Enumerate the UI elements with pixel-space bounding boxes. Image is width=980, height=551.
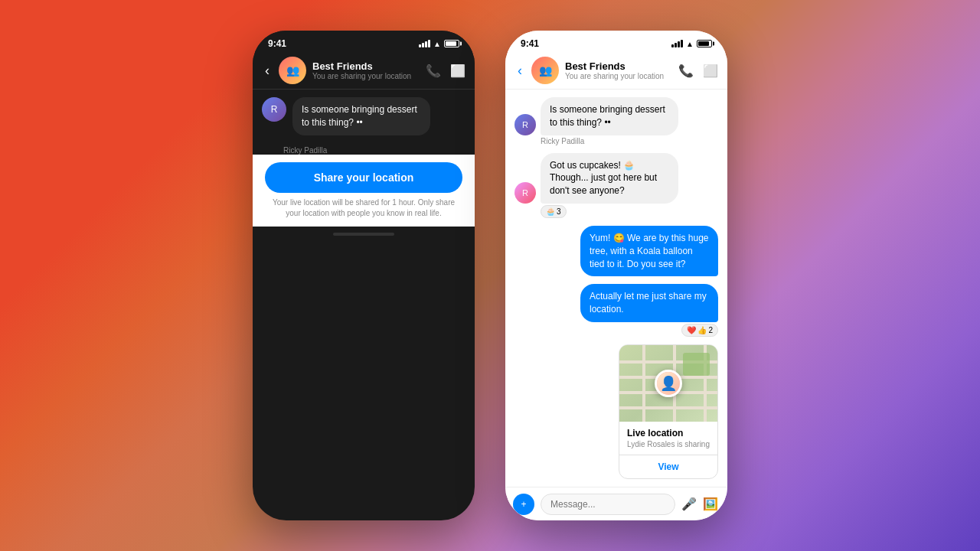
phone-right: 9:41 ▲ ‹ 👥 Best Friends You are sharing … <box>505 31 727 520</box>
message-4: Actually let me just share my location. … <box>514 284 718 337</box>
signal-icon-right <box>671 40 683 47</box>
video-button-right[interactable]: ⬜ <box>703 64 718 78</box>
message-3: Yum! 😋 We are by this huge tree, with a … <box>514 226 718 276</box>
status-bar-left: 9:41 ▲ <box>253 31 475 52</box>
text-msg-4: Actually let me just share my location. <box>590 291 707 315</box>
battery-icon-right <box>697 40 712 47</box>
reactions-msg-4: ❤️ 👍 2 <box>514 324 718 337</box>
reaction-badge-heart: ❤️ 👍 2 <box>681 324 718 337</box>
header-icons-left: 📞 ⬜ <box>426 64 466 78</box>
sender-avatar-left: R <box>262 97 286 122</box>
text-msg-2: Got us cupcakes! 🧁 Though... just got he… <box>550 160 657 197</box>
message-2: R Got us cupcakes! 🧁 Though... just got … <box>514 153 718 218</box>
chat-name-right: Best Friends <box>565 60 672 72</box>
plus-button-right[interactable]: + <box>513 494 534 515</box>
message-preview-left: R Is someone bringing dessert to this th… <box>253 90 475 143</box>
photo-icon[interactable]: 🖼️ <box>703 497 718 511</box>
location-card-row: 👤 Live location Lydie Rosales is sharing… <box>514 344 718 479</box>
chat-subtitle-left: You are sharing your location <box>312 72 420 80</box>
status-icons-left: ▲ <box>419 40 459 48</box>
home-bar-left <box>333 233 394 236</box>
messages-container-right: R Is someone bringing dessert to this th… <box>505 90 727 487</box>
avatar-msg-2: R <box>514 182 536 204</box>
call-button-left[interactable]: 📞 <box>426 64 441 78</box>
message-text-left: Is someone bringing dessert to this thin… <box>302 103 421 129</box>
chat-header-right: ‹ 👥 Best Friends You are sharing your lo… <box>505 52 727 90</box>
share-button-container: Share your location Your live location w… <box>253 155 475 227</box>
bubble-msg-4: Actually let me just share my location. <box>580 284 718 322</box>
chat-name-left: Best Friends <box>312 60 420 72</box>
header-info-left: Best Friends You are sharing your locati… <box>312 60 420 80</box>
message-1: R Is someone bringing dessert to this th… <box>514 97 718 145</box>
avatar-msg-1: R <box>514 114 536 135</box>
back-button-right[interactable]: ‹ <box>514 61 525 80</box>
reactions-msg-2: 🧁 3 <box>541 205 718 218</box>
signal-icon-left <box>419 40 430 47</box>
status-bar-right: 9:41 ▲ <box>505 31 727 52</box>
header-icons-right: 📞 ⬜ <box>678 64 718 78</box>
bubble-msg-2: Got us cupcakes! 🧁 Though... just got he… <box>541 153 678 204</box>
bubble-msg-3: Yum! 😋 We are by this huge tree, with a … <box>580 226 718 276</box>
location-map-preview: 👤 <box>619 345 717 422</box>
live-location-title: Live location <box>627 428 710 439</box>
phone-left: 9:41 ▲ ‹ 👥 Best Friends You are sharing … <box>253 31 475 520</box>
time-right: 9:41 <box>521 38 539 49</box>
home-indicator-left <box>253 227 475 242</box>
chat-subtitle-right: You are sharing your location <box>565 72 672 80</box>
reaction-badge-cupcake: 🧁 3 <box>541 205 567 218</box>
status-icons-right: ▲ <box>671 40 712 48</box>
share-disclaimer: Your live location will be shared for 1 … <box>265 197 462 219</box>
chat-header-left: ‹ 👥 Best Friends You are sharing your lo… <box>253 52 475 90</box>
plus-icon: + <box>521 499 526 510</box>
input-action-icons: 🎤 🖼️ 😊 <box>681 497 727 511</box>
share-location-button[interactable]: Share your location <box>265 162 462 193</box>
avatar-right: 👥 <box>531 57 559 84</box>
view-location-button[interactable]: View <box>619 455 717 478</box>
text-msg-3: Yum! 😋 We are by this huge tree, with a … <box>590 233 709 269</box>
message-sender-left: Ricky Padilla <box>253 146 475 155</box>
message-input-right[interactable] <box>541 494 675 515</box>
live-location-subtitle: Lydie Rosales is sharing <box>627 440 710 448</box>
call-button-right[interactable]: 📞 <box>678 64 694 78</box>
live-location-avatar-pin: 👤 <box>655 370 682 397</box>
wifi-icon-left: ▲ <box>433 40 441 48</box>
back-button-left[interactable]: ‹ <box>262 61 273 80</box>
text-msg-1: Is someone bringing dessert to this thin… <box>550 104 665 128</box>
wifi-icon-right: ▲ <box>686 40 694 48</box>
sender-msg-1: Ricky Padilla <box>541 137 718 145</box>
avatar-left: 👥 <box>279 57 306 84</box>
location-card-body: Live location Lydie Rosales is sharing <box>619 422 717 455</box>
bubble-msg-1: Is someone bringing dessert to this thin… <box>541 97 678 135</box>
video-button-left[interactable]: ⬜ <box>450 64 466 78</box>
location-card[interactable]: 👤 Live location Lydie Rosales is sharing… <box>619 344 718 479</box>
header-info-right: Best Friends You are sharing your locati… <box>565 60 672 80</box>
input-bar-right: + 🎤 🖼️ 😊 <box>505 487 727 520</box>
time-left: 9:41 <box>268 38 286 49</box>
mic-icon[interactable]: 🎤 <box>681 497 697 511</box>
message-bubble-left: Is someone bringing dessert to this thin… <box>292 97 430 135</box>
sticker-icon[interactable]: 😊 <box>724 497 727 511</box>
battery-icon-left <box>444 40 459 47</box>
